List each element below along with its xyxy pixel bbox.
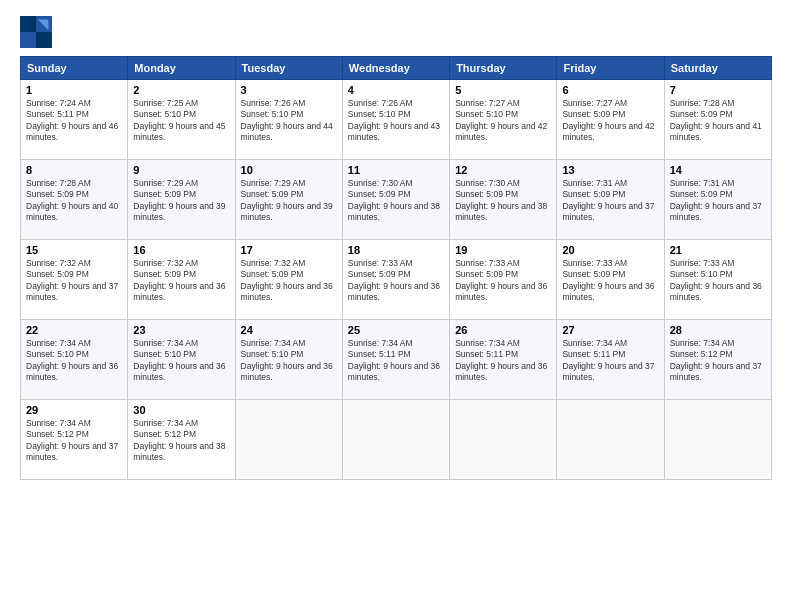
sunset-info: Sunset: 5:09 PM (455, 269, 551, 280)
day-number: 29 (26, 404, 122, 416)
daylight-info: Daylight: 9 hours and 36 minutes. (670, 281, 766, 304)
calendar-header-thursday: Thursday (450, 57, 557, 80)
calendar-week-0: 1 Sunrise: 7:24 AM Sunset: 5:11 PM Dayli… (21, 80, 772, 160)
day-info: Sunrise: 7:26 AM Sunset: 5:10 PM Dayligh… (348, 98, 444, 144)
sunset-info: Sunset: 5:10 PM (133, 349, 229, 360)
daylight-info: Daylight: 9 hours and 44 minutes. (241, 121, 337, 144)
sunrise-info: Sunrise: 7:28 AM (26, 178, 122, 189)
day-number: 21 (670, 244, 766, 256)
day-number: 25 (348, 324, 444, 336)
calendar-week-4: 29 Sunrise: 7:34 AM Sunset: 5:12 PM Dayl… (21, 400, 772, 480)
sunrise-info: Sunrise: 7:29 AM (241, 178, 337, 189)
day-number: 14 (670, 164, 766, 176)
day-number: 3 (241, 84, 337, 96)
sunset-info: Sunset: 5:11 PM (26, 109, 122, 120)
day-info: Sunrise: 7:34 AM Sunset: 5:11 PM Dayligh… (455, 338, 551, 384)
sunset-info: Sunset: 5:11 PM (348, 349, 444, 360)
day-number: 9 (133, 164, 229, 176)
sunrise-info: Sunrise: 7:33 AM (455, 258, 551, 269)
calendar-cell: 29 Sunrise: 7:34 AM Sunset: 5:12 PM Dayl… (21, 400, 128, 480)
daylight-info: Daylight: 9 hours and 37 minutes. (26, 281, 122, 304)
day-info: Sunrise: 7:29 AM Sunset: 5:09 PM Dayligh… (133, 178, 229, 224)
daylight-info: Daylight: 9 hours and 37 minutes. (26, 441, 122, 464)
calendar-cell: 4 Sunrise: 7:26 AM Sunset: 5:10 PM Dayli… (342, 80, 449, 160)
day-number: 13 (562, 164, 658, 176)
day-number: 19 (455, 244, 551, 256)
daylight-info: Daylight: 9 hours and 39 minutes. (133, 201, 229, 224)
calendar-cell: 14 Sunrise: 7:31 AM Sunset: 5:09 PM Dayl… (664, 160, 771, 240)
sunset-info: Sunset: 5:09 PM (241, 269, 337, 280)
sunset-info: Sunset: 5:09 PM (133, 269, 229, 280)
day-number: 1 (26, 84, 122, 96)
day-info: Sunrise: 7:34 AM Sunset: 5:12 PM Dayligh… (26, 418, 122, 464)
sunset-info: Sunset: 5:09 PM (670, 109, 766, 120)
day-info: Sunrise: 7:32 AM Sunset: 5:09 PM Dayligh… (241, 258, 337, 304)
day-info: Sunrise: 7:31 AM Sunset: 5:09 PM Dayligh… (670, 178, 766, 224)
sunset-info: Sunset: 5:09 PM (348, 189, 444, 200)
day-info: Sunrise: 7:33 AM Sunset: 5:09 PM Dayligh… (562, 258, 658, 304)
daylight-info: Daylight: 9 hours and 40 minutes. (26, 201, 122, 224)
sunrise-info: Sunrise: 7:29 AM (133, 178, 229, 189)
daylight-info: Daylight: 9 hours and 38 minutes. (455, 201, 551, 224)
calendar-table: SundayMondayTuesdayWednesdayThursdayFrid… (20, 56, 772, 480)
daylight-info: Daylight: 9 hours and 36 minutes. (133, 361, 229, 384)
calendar-cell: 20 Sunrise: 7:33 AM Sunset: 5:09 PM Dayl… (557, 240, 664, 320)
sunset-info: Sunset: 5:09 PM (562, 109, 658, 120)
calendar-cell: 28 Sunrise: 7:34 AM Sunset: 5:12 PM Dayl… (664, 320, 771, 400)
calendar-cell (342, 400, 449, 480)
daylight-info: Daylight: 9 hours and 37 minutes. (670, 361, 766, 384)
sunrise-info: Sunrise: 7:34 AM (26, 338, 122, 349)
day-number: 6 (562, 84, 658, 96)
sunrise-info: Sunrise: 7:28 AM (670, 98, 766, 109)
calendar-cell: 2 Sunrise: 7:25 AM Sunset: 5:10 PM Dayli… (128, 80, 235, 160)
daylight-info: Daylight: 9 hours and 37 minutes. (562, 361, 658, 384)
sunrise-info: Sunrise: 7:30 AM (348, 178, 444, 189)
sunrise-info: Sunrise: 7:33 AM (562, 258, 658, 269)
sunrise-info: Sunrise: 7:34 AM (455, 338, 551, 349)
calendar-header-sunday: Sunday (21, 57, 128, 80)
svg-rect-2 (20, 32, 36, 48)
day-info: Sunrise: 7:34 AM Sunset: 5:12 PM Dayligh… (133, 418, 229, 464)
sunrise-info: Sunrise: 7:32 AM (241, 258, 337, 269)
calendar-header-row: SundayMondayTuesdayWednesdayThursdayFrid… (21, 57, 772, 80)
day-info: Sunrise: 7:27 AM Sunset: 5:09 PM Dayligh… (562, 98, 658, 144)
day-info: Sunrise: 7:28 AM Sunset: 5:09 PM Dayligh… (670, 98, 766, 144)
daylight-info: Daylight: 9 hours and 38 minutes. (348, 201, 444, 224)
calendar-header-friday: Friday (557, 57, 664, 80)
sunset-info: Sunset: 5:10 PM (241, 109, 337, 120)
day-number: 30 (133, 404, 229, 416)
day-info: Sunrise: 7:29 AM Sunset: 5:09 PM Dayligh… (241, 178, 337, 224)
calendar-cell: 21 Sunrise: 7:33 AM Sunset: 5:10 PM Dayl… (664, 240, 771, 320)
day-info: Sunrise: 7:33 AM Sunset: 5:09 PM Dayligh… (455, 258, 551, 304)
day-info: Sunrise: 7:34 AM Sunset: 5:10 PM Dayligh… (133, 338, 229, 384)
day-number: 7 (670, 84, 766, 96)
sunset-info: Sunset: 5:10 PM (348, 109, 444, 120)
sunrise-info: Sunrise: 7:30 AM (455, 178, 551, 189)
sunset-info: Sunset: 5:09 PM (26, 269, 122, 280)
sunrise-info: Sunrise: 7:33 AM (670, 258, 766, 269)
sunrise-info: Sunrise: 7:34 AM (26, 418, 122, 429)
sunrise-info: Sunrise: 7:31 AM (562, 178, 658, 189)
daylight-info: Daylight: 9 hours and 36 minutes. (241, 281, 337, 304)
sunrise-info: Sunrise: 7:34 AM (562, 338, 658, 349)
sunrise-info: Sunrise: 7:25 AM (133, 98, 229, 109)
sunrise-info: Sunrise: 7:34 AM (241, 338, 337, 349)
calendar-week-1: 8 Sunrise: 7:28 AM Sunset: 5:09 PM Dayli… (21, 160, 772, 240)
sunset-info: Sunset: 5:09 PM (455, 189, 551, 200)
calendar-cell: 8 Sunrise: 7:28 AM Sunset: 5:09 PM Dayli… (21, 160, 128, 240)
sunset-info: Sunset: 5:10 PM (455, 109, 551, 120)
day-number: 18 (348, 244, 444, 256)
daylight-info: Daylight: 9 hours and 46 minutes. (26, 121, 122, 144)
daylight-info: Daylight: 9 hours and 36 minutes. (26, 361, 122, 384)
sunrise-info: Sunrise: 7:24 AM (26, 98, 122, 109)
sunset-info: Sunset: 5:10 PM (670, 269, 766, 280)
svg-rect-3 (36, 32, 52, 48)
calendar-header-monday: Monday (128, 57, 235, 80)
sunrise-info: Sunrise: 7:32 AM (133, 258, 229, 269)
calendar-cell (557, 400, 664, 480)
daylight-info: Daylight: 9 hours and 37 minutes. (562, 201, 658, 224)
day-info: Sunrise: 7:30 AM Sunset: 5:09 PM Dayligh… (348, 178, 444, 224)
calendar-cell: 22 Sunrise: 7:34 AM Sunset: 5:10 PM Dayl… (21, 320, 128, 400)
calendar-cell (235, 400, 342, 480)
day-number: 11 (348, 164, 444, 176)
